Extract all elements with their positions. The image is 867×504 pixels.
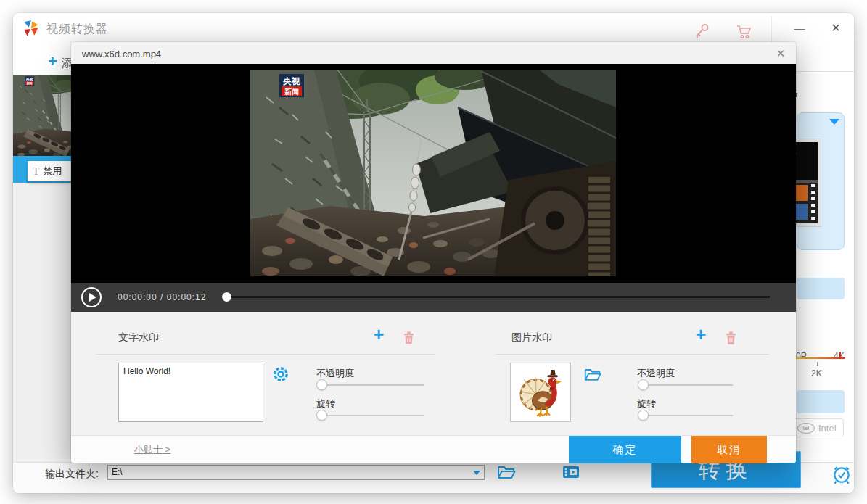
- app-title: 视频转换器: [46, 22, 108, 37]
- text-rotate-slider-track[interactable]: [317, 415, 424, 416]
- text-watermark-divider: [96, 354, 435, 355]
- intel-logo-icon: tel: [797, 423, 815, 434]
- titlebar: 视频转换器 — ✕: [13, 13, 854, 44]
- time-display: 00:00:00 / 00:00:12: [118, 292, 206, 302]
- seek-slider-track[interactable]: [225, 296, 770, 298]
- image-opacity-slider-track[interactable]: [638, 384, 733, 386]
- resolution-tick-2k: [817, 362, 818, 366]
- quality-option-button[interactable]: [797, 390, 845, 413]
- resolution-slider[interactable]: [796, 357, 845, 359]
- format-option-button[interactable]: [797, 278, 845, 299]
- right-panel-divider: [796, 71, 854, 72]
- add-text-watermark-button[interactable]: +: [368, 325, 390, 344]
- browse-image-folder-icon[interactable]: [583, 367, 602, 382]
- image-opacity-slider-thumb[interactable]: [638, 379, 649, 390]
- text-rotate-label: 旋转: [316, 397, 335, 410]
- desktop: 央视 新闻 视频转换器: [0, 0, 867, 504]
- combo-dropdown-icon[interactable]: [473, 471, 480, 475]
- add-files-button[interactable]: +添: [48, 52, 73, 71]
- intel-acceleration-badge: tel Intel: [793, 418, 844, 437]
- text-settings-gear-icon[interactable]: [272, 365, 289, 383]
- dialog-close-button[interactable]: ✕: [772, 46, 789, 61]
- text-opacity-slider-thumb[interactable]: [316, 379, 327, 390]
- resolution-label-2k: 2K: [811, 368, 822, 379]
- seek-slider-thumb[interactable]: [222, 292, 231, 302]
- schedule-alarm-icon[interactable]: [831, 463, 852, 485]
- dialog-title: www.x6d.com.mp4: [82, 49, 161, 59]
- output-folder-label: 输出文件夹:: [45, 468, 99, 481]
- play-icon: [83, 289, 100, 306]
- text-opacity-slider-track[interactable]: [317, 384, 424, 386]
- text-opacity-label: 不透明度: [316, 367, 354, 380]
- image-watermark-header: 图片水印: [511, 331, 552, 344]
- open-output-video-icon[interactable]: [562, 463, 580, 481]
- text-watermark-header: 文字水印: [118, 331, 159, 344]
- dialog-footer: 小贴士 > 确定 取消: [71, 435, 796, 463]
- image-watermark-divider: [496, 354, 769, 355]
- browse-folder-icon[interactable]: [496, 464, 517, 480]
- output-folder-select[interactable]: E:\: [107, 465, 485, 480]
- film-sprockets: [811, 184, 815, 222]
- watermark-dialog: www.x6d.com.mp4 ✕ 00:00:00 / 00:00:12 文字…: [71, 42, 796, 463]
- image-rotate-label: 旋转: [637, 397, 656, 410]
- resolution-label-left: 0P: [796, 351, 807, 361]
- cancel-button[interactable]: 取消: [691, 436, 767, 463]
- format-dropdown-icon[interactable]: [829, 119, 839, 125]
- menu-item-disable[interactable]: T 禁用: [28, 161, 73, 181]
- output-folder-value: E:\: [112, 467, 123, 477]
- turkey-image: [518, 367, 563, 418]
- app-logo-icon: [22, 20, 41, 38]
- video-preview-area: [71, 64, 796, 283]
- text-tool-icon: T: [33, 165, 39, 178]
- image-opacity-label: 不透明度: [637, 367, 675, 380]
- store-cart-icon[interactable]: [736, 23, 753, 41]
- register-key-icon[interactable]: [694, 23, 710, 39]
- watermark-text-input[interactable]: Hello World!: [118, 363, 263, 422]
- plus-icon: +: [48, 52, 57, 70]
- close-button[interactable]: ✕: [821, 19, 850, 38]
- titlebar-separator: [771, 16, 772, 44]
- minimize-button[interactable]: —: [785, 19, 814, 38]
- playback-bar: 00:00:00 / 00:00:12: [71, 283, 796, 312]
- intel-label: Intel: [818, 423, 837, 434]
- add-image-watermark-button[interactable]: +: [690, 325, 712, 344]
- video-preview-image: [250, 70, 616, 276]
- video-thumbnail-image: [13, 75, 71, 156]
- ok-button[interactable]: 确定: [569, 436, 681, 463]
- resolution-tick-4k: [839, 352, 841, 357]
- watermark-image-preview[interactable]: [510, 363, 571, 422]
- play-button[interactable]: [81, 287, 102, 307]
- image-rotate-slider-thumb[interactable]: [638, 410, 649, 421]
- delete-text-watermark-icon[interactable]: [403, 331, 415, 345]
- video-thumbnail[interactable]: [13, 75, 71, 156]
- delete-image-watermark-icon[interactable]: [725, 331, 737, 345]
- tips-link[interactable]: 小贴士 >: [134, 443, 170, 456]
- image-rotate-slider-track[interactable]: [638, 415, 733, 416]
- text-rotate-slider-thumb[interactable]: [316, 410, 327, 421]
- disable-label: 禁用: [43, 165, 62, 178]
